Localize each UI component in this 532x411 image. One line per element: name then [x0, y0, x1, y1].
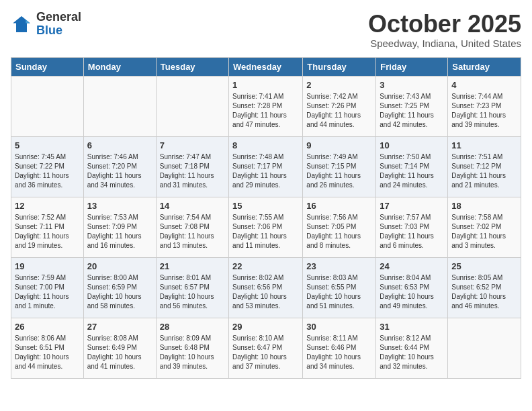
day-info: Sunrise: 8:00 AM Sunset: 6:59 PM Dayligh… [87, 273, 152, 311]
calendar-cell: 1Sunrise: 7:41 AM Sunset: 7:28 PM Daylig… [229, 76, 303, 136]
day-number: 28 [160, 322, 225, 332]
col-header-thursday: Thursday [303, 57, 376, 76]
calendar-cell: 24Sunrise: 8:04 AM Sunset: 6:53 PM Dayli… [376, 257, 448, 318]
day-number: 17 [380, 201, 444, 211]
day-number: 26 [15, 322, 80, 332]
calendar-cell: 9Sunrise: 7:49 AM Sunset: 7:15 PM Daylig… [303, 136, 376, 197]
day-number: 24 [380, 261, 444, 271]
day-number: 12 [15, 201, 80, 211]
calendar-cell: 10Sunrise: 7:50 AM Sunset: 7:14 PM Dayli… [376, 136, 448, 197]
day-number: 31 [380, 322, 444, 332]
day-info: Sunrise: 8:04 AM Sunset: 6:53 PM Dayligh… [380, 273, 444, 311]
day-info: Sunrise: 7:49 AM Sunset: 7:15 PM Dayligh… [306, 152, 372, 190]
svg-marker-0 [13, 16, 30, 32]
calendar-cell: 22Sunrise: 8:02 AM Sunset: 6:56 PM Dayli… [229, 257, 303, 318]
day-number: 20 [87, 261, 152, 271]
calendar-cell: 4Sunrise: 7:44 AM Sunset: 7:23 PM Daylig… [448, 76, 521, 136]
week-row-4: 19Sunrise: 7:59 AM Sunset: 7:00 PM Dayli… [11, 257, 521, 318]
day-number: 5 [15, 140, 80, 150]
calendar-cell: 31Sunrise: 8:12 AM Sunset: 6:44 PM Dayli… [376, 318, 448, 378]
logo-blue-text: Blue [36, 24, 81, 38]
logo: General Blue [11, 11, 81, 38]
day-info: Sunrise: 8:01 AM Sunset: 6:57 PM Dayligh… [160, 273, 225, 311]
calendar-cell: 13Sunrise: 7:53 AM Sunset: 7:09 PM Dayli… [83, 197, 156, 257]
day-info: Sunrise: 8:08 AM Sunset: 6:49 PM Dayligh… [87, 334, 152, 371]
day-info: Sunrise: 8:06 AM Sunset: 6:51 PM Dayligh… [15, 334, 80, 371]
calendar-cell [448, 318, 521, 378]
day-number: 7 [160, 140, 225, 150]
calendar-cell: 29Sunrise: 8:10 AM Sunset: 6:47 PM Dayli… [229, 318, 303, 378]
day-info: Sunrise: 7:57 AM Sunset: 7:03 PM Dayligh… [380, 213, 444, 250]
day-info: Sunrise: 7:55 AM Sunset: 7:06 PM Dayligh… [232, 213, 299, 250]
day-info: Sunrise: 7:59 AM Sunset: 7:00 PM Dayligh… [15, 273, 80, 311]
day-info: Sunrise: 7:45 AM Sunset: 7:22 PM Dayligh… [15, 152, 80, 190]
calendar-table: SundayMondayTuesdayWednesdayThursdayFrid… [11, 57, 521, 379]
calendar-cell: 2Sunrise: 7:42 AM Sunset: 7:26 PM Daylig… [303, 76, 376, 136]
calendar-cell [11, 76, 84, 136]
day-number: 11 [451, 140, 517, 150]
calendar-cell: 20Sunrise: 8:00 AM Sunset: 6:59 PM Dayli… [83, 257, 156, 318]
calendar-cell: 18Sunrise: 7:58 AM Sunset: 7:02 PM Dayli… [448, 197, 521, 257]
calendar-cell: 28Sunrise: 8:09 AM Sunset: 6:48 PM Dayli… [156, 318, 228, 378]
day-info: Sunrise: 7:46 AM Sunset: 7:20 PM Dayligh… [87, 152, 152, 190]
col-header-saturday: Saturday [448, 57, 521, 76]
calendar-cell: 30Sunrise: 8:11 AM Sunset: 6:46 PM Dayli… [303, 318, 376, 378]
day-info: Sunrise: 7:52 AM Sunset: 7:11 PM Dayligh… [15, 213, 80, 250]
day-info: Sunrise: 7:48 AM Sunset: 7:17 PM Dayligh… [232, 152, 299, 190]
day-info: Sunrise: 7:41 AM Sunset: 7:28 PM Dayligh… [232, 92, 299, 130]
calendar-cell: 25Sunrise: 8:05 AM Sunset: 6:52 PM Dayli… [448, 257, 521, 318]
calendar-cell [156, 76, 228, 136]
day-info: Sunrise: 8:10 AM Sunset: 6:47 PM Dayligh… [232, 334, 299, 371]
calendar-cell: 26Sunrise: 8:06 AM Sunset: 6:51 PM Dayli… [11, 318, 84, 378]
day-number: 18 [451, 201, 517, 211]
calendar-cell: 7Sunrise: 7:47 AM Sunset: 7:18 PM Daylig… [156, 136, 228, 197]
calendar-cell: 17Sunrise: 7:57 AM Sunset: 7:03 PM Dayli… [376, 197, 448, 257]
calendar-cell: 11Sunrise: 7:51 AM Sunset: 7:12 PM Dayli… [448, 136, 521, 197]
day-number: 4 [451, 80, 517, 90]
day-number: 19 [15, 261, 80, 271]
day-number: 22 [232, 261, 299, 271]
day-number: 23 [306, 261, 372, 271]
day-info: Sunrise: 8:02 AM Sunset: 6:56 PM Dayligh… [232, 273, 299, 311]
day-number: 14 [160, 201, 225, 211]
day-info: Sunrise: 7:44 AM Sunset: 7:23 PM Dayligh… [451, 92, 517, 130]
day-number: 13 [87, 201, 152, 211]
month-title: October 2025 [368, 11, 521, 38]
col-header-tuesday: Tuesday [156, 57, 228, 76]
location-text: Speedway, Indiana, United States [368, 38, 521, 49]
calendar-cell: 27Sunrise: 8:08 AM Sunset: 6:49 PM Dayli… [83, 318, 156, 378]
calendar-cell: 12Sunrise: 7:52 AM Sunset: 7:11 PM Dayli… [11, 197, 84, 257]
calendar-cell: 3Sunrise: 7:43 AM Sunset: 7:25 PM Daylig… [376, 76, 448, 136]
calendar-cell: 8Sunrise: 7:48 AM Sunset: 7:17 PM Daylig… [229, 136, 303, 197]
week-row-2: 5Sunrise: 7:45 AM Sunset: 7:22 PM Daylig… [11, 136, 521, 197]
logo-general-text: General [36, 11, 81, 24]
day-info: Sunrise: 7:54 AM Sunset: 7:08 PM Dayligh… [160, 213, 225, 250]
day-number: 9 [306, 140, 372, 150]
title-block: October 2025 Speedway, Indiana, United S… [368, 11, 521, 49]
col-header-monday: Monday [83, 57, 156, 76]
calendar-cell: 15Sunrise: 7:55 AM Sunset: 7:06 PM Dayli… [229, 197, 303, 257]
day-info: Sunrise: 7:42 AM Sunset: 7:26 PM Dayligh… [306, 92, 372, 130]
calendar-cell: 14Sunrise: 7:54 AM Sunset: 7:08 PM Dayli… [156, 197, 228, 257]
day-info: Sunrise: 8:11 AM Sunset: 6:46 PM Dayligh… [306, 334, 372, 371]
calendar-cell: 6Sunrise: 7:46 AM Sunset: 7:20 PM Daylig… [83, 136, 156, 197]
day-number: 15 [232, 201, 299, 211]
calendar-cell: 21Sunrise: 8:01 AM Sunset: 6:57 PM Dayli… [156, 257, 228, 318]
calendar-cell: 19Sunrise: 7:59 AM Sunset: 7:00 PM Dayli… [11, 257, 84, 318]
day-number: 10 [380, 140, 444, 150]
day-number: 16 [306, 201, 372, 211]
calendar-cell: 5Sunrise: 7:45 AM Sunset: 7:22 PM Daylig… [11, 136, 84, 197]
col-header-friday: Friday [376, 57, 448, 76]
day-info: Sunrise: 8:12 AM Sunset: 6:44 PM Dayligh… [380, 334, 444, 371]
day-info: Sunrise: 7:50 AM Sunset: 7:14 PM Dayligh… [380, 152, 444, 190]
day-info: Sunrise: 8:05 AM Sunset: 6:52 PM Dayligh… [451, 273, 517, 311]
day-info: Sunrise: 7:56 AM Sunset: 7:05 PM Dayligh… [306, 213, 372, 250]
day-number: 3 [380, 80, 444, 90]
week-row-3: 12Sunrise: 7:52 AM Sunset: 7:11 PM Dayli… [11, 197, 521, 257]
col-header-wednesday: Wednesday [229, 57, 303, 76]
week-row-5: 26Sunrise: 8:06 AM Sunset: 6:51 PM Dayli… [11, 318, 521, 378]
day-headers-row: SundayMondayTuesdayWednesdayThursdayFrid… [11, 57, 521, 76]
logo-text: General Blue [36, 11, 81, 38]
day-number: 1 [232, 80, 299, 90]
day-number: 8 [232, 140, 299, 150]
